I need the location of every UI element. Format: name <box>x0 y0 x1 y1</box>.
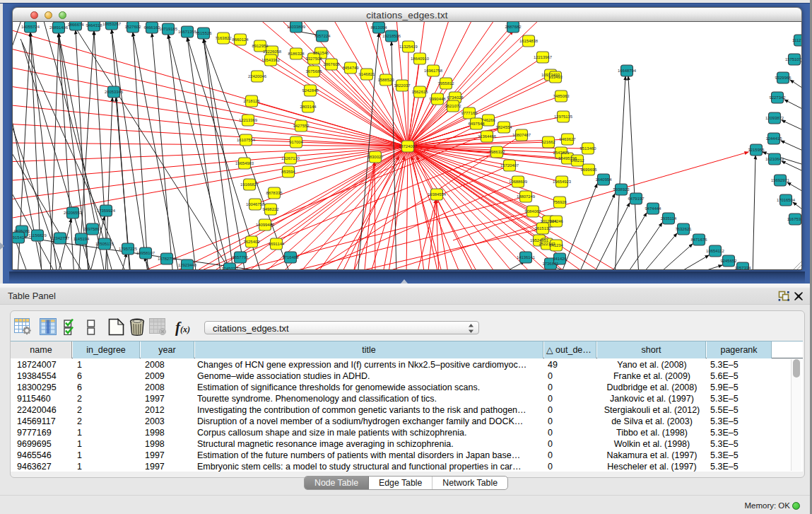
svg-text:756928: 756928 <box>553 200 567 204</box>
svg-text:8454749: 8454749 <box>343 66 359 70</box>
svg-text:12213369: 12213369 <box>239 118 257 122</box>
svg-text:8186328: 8186328 <box>288 52 305 56</box>
svg-text:22420046: 22420046 <box>248 74 267 78</box>
svg-text:341426: 341426 <box>553 257 567 261</box>
svg-text:1112753: 1112753 <box>792 38 802 42</box>
svg-text:16210643: 16210643 <box>765 157 784 161</box>
svg-text:3822037: 3822037 <box>394 83 411 88</box>
svg-text:16961758: 16961758 <box>424 69 443 73</box>
svg-text:9498222: 9498222 <box>263 207 279 211</box>
svg-text:2935114: 2935114 <box>661 216 677 221</box>
svg-text:917004: 917004 <box>289 140 303 144</box>
svg-text:648212: 648212 <box>570 158 584 163</box>
svg-text:9245652: 9245652 <box>721 259 737 263</box>
svg-text:9716485: 9716485 <box>283 255 300 259</box>
svg-text:1167534: 1167534 <box>787 217 802 221</box>
svg-text:20053346: 20053346 <box>105 90 124 94</box>
svg-text:7625402: 7625402 <box>244 240 260 244</box>
svg-text:18640910: 18640910 <box>411 57 430 61</box>
svg-text:16543362: 16543362 <box>261 58 280 62</box>
svg-text:15751074: 15751074 <box>785 57 802 62</box>
svg-text:9227342: 9227342 <box>770 95 786 100</box>
svg-text:19958107: 19958107 <box>136 251 155 255</box>
svg-text:20891406: 20891406 <box>49 25 69 30</box>
svg-text:3427552: 3427552 <box>293 124 310 128</box>
svg-text:19654923: 19654923 <box>553 180 572 184</box>
svg-text:933493: 933493 <box>548 75 563 79</box>
svg-text:2718126: 2718126 <box>244 99 261 103</box>
svg-text:2830027: 2830027 <box>367 155 384 159</box>
svg-text:21364486: 21364486 <box>478 134 497 139</box>
svg-text:19384554: 19384554 <box>428 192 447 197</box>
svg-text:12975135: 12975135 <box>554 115 573 119</box>
svg-text:3915414: 3915414 <box>13 235 27 240</box>
svg-text:13267130: 13267130 <box>281 156 300 160</box>
svg-text:12505135: 12505135 <box>95 242 114 246</box>
svg-text:8471676: 8471676 <box>691 238 708 242</box>
svg-text:6466160: 6466160 <box>144 25 161 30</box>
svg-text:9777169: 9777169 <box>461 111 478 115</box>
svg-text:16671355: 16671355 <box>178 30 197 34</box>
svg-text:16154838: 16154838 <box>519 39 539 43</box>
svg-text:12342757: 12342757 <box>51 236 69 240</box>
svg-text:3675685: 3675685 <box>306 69 323 74</box>
svg-text:9657791: 9657791 <box>233 255 249 259</box>
svg-text:18807249: 18807249 <box>517 194 535 199</box>
svg-text:8878335: 8878335 <box>266 191 283 195</box>
svg-text:10719185: 10719185 <box>159 27 178 31</box>
svg-text:8660124: 8660124 <box>233 37 249 42</box>
svg-text:2867608: 2867608 <box>324 62 341 66</box>
svg-text:1244415: 1244415 <box>766 136 783 141</box>
svg-text:9463627: 9463627 <box>560 137 576 141</box>
svg-text:9327508: 9327508 <box>306 57 323 61</box>
svg-text:15720407: 15720407 <box>500 163 519 168</box>
svg-text:7485063: 7485063 <box>553 94 570 98</box>
svg-text:853594: 853594 <box>281 170 295 174</box>
svg-text:7163822: 7163822 <box>216 36 232 40</box>
svg-text:5938923: 5938923 <box>613 187 630 192</box>
svg-text:9329966: 9329966 <box>775 76 792 80</box>
svg-text:17016504: 17016504 <box>777 198 796 202</box>
svg-text:1588520: 1588520 <box>378 78 395 82</box>
svg-text:7515526: 7515526 <box>196 31 213 35</box>
svg-text:10653267: 10653267 <box>102 22 121 26</box>
svg-text:14136141: 14136141 <box>517 255 535 259</box>
svg-text:1691144: 1691144 <box>269 242 285 246</box>
svg-text:8813054: 8813054 <box>371 25 388 30</box>
svg-text:16033809: 16033809 <box>287 25 305 29</box>
svg-text:1866674: 1866674 <box>68 23 85 27</box>
svg-text:10688609: 10688609 <box>509 180 527 184</box>
svg-text:944246: 944246 <box>549 219 563 223</box>
svg-text:9835081: 9835081 <box>14 229 30 233</box>
svg-text:9699695: 9699695 <box>581 168 598 172</box>
svg-text:10807487: 10807487 <box>512 133 531 137</box>
svg-text:15692971: 15692971 <box>771 178 789 182</box>
svg-text:19218506: 19218506 <box>382 34 401 38</box>
svg-text:7955812: 7955812 <box>438 81 454 86</box>
svg-text:1640954: 1640954 <box>596 177 613 182</box>
svg-text:6479197: 6479197 <box>628 197 645 201</box>
svg-text:9464318: 9464318 <box>86 23 103 28</box>
svg-text:9513460: 9513460 <box>580 146 597 151</box>
svg-text:9990448: 9990448 <box>430 97 447 101</box>
svg-text:11156829: 11156829 <box>28 233 46 238</box>
svg-text:9811546: 9811546 <box>313 51 329 55</box>
svg-text:10046758: 10046758 <box>246 202 265 206</box>
svg-text:9146821: 9146821 <box>359 72 375 76</box>
svg-text:20206553: 20206553 <box>64 211 83 215</box>
svg-text:841234: 841234 <box>549 243 563 247</box>
svg-text:1736841: 1736841 <box>543 262 559 266</box>
svg-text:746266: 746266 <box>481 118 495 122</box>
svg-text:17359924: 17359924 <box>97 209 116 213</box>
svg-text:3824554: 3824554 <box>496 125 513 129</box>
svg-text:19654983: 19654983 <box>235 161 254 165</box>
svg-text:11325419: 11325419 <box>399 45 418 49</box>
svg-text:1562615: 1562615 <box>412 90 429 94</box>
svg-text:1615132: 1615132 <box>535 226 551 230</box>
svg-text:9242848: 9242848 <box>302 88 319 93</box>
svg-text:1621072: 1621072 <box>445 104 461 108</box>
svg-text:23975867: 23975867 <box>83 227 102 231</box>
svg-text:2887682: 2887682 <box>505 25 522 29</box>
svg-text:12213967: 12213967 <box>534 55 552 59</box>
svg-text:8912954: 8912954 <box>252 44 269 48</box>
